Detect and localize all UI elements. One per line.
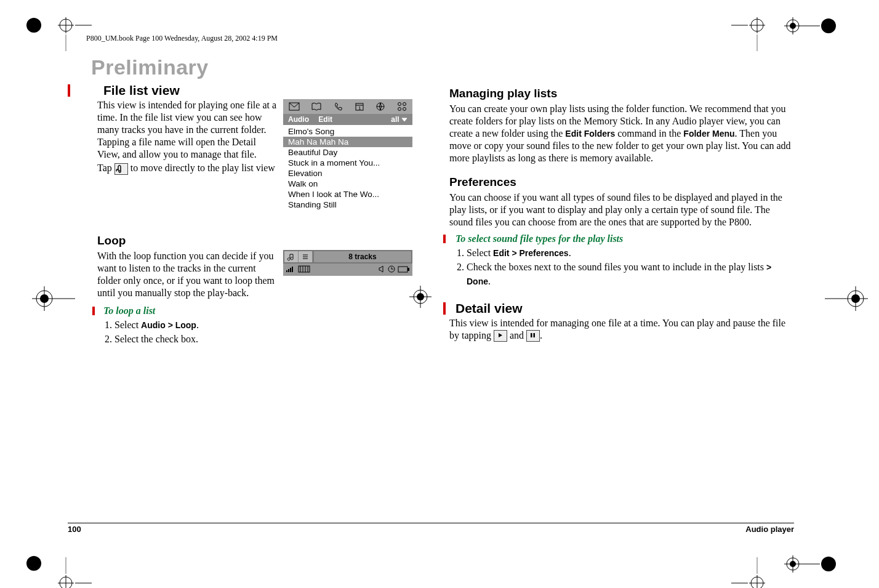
list-item: When I look at The Wo... (283, 189, 412, 199)
loop-step-2: Select the check box. (114, 332, 412, 346)
list-item: Walk on (283, 179, 412, 189)
svg-point-50 (398, 103, 401, 106)
battery-icon (398, 264, 410, 275)
browser-icon (375, 102, 385, 111)
list-item: Beautiful Day (283, 147, 412, 158)
play-button-icon (494, 330, 507, 342)
list-item: Standing Still (283, 199, 412, 210)
svg-rect-57 (286, 270, 287, 272)
preferences-howto-title: To select sound file types for the play … (449, 233, 794, 244)
detail-view-heading: Detail view (449, 301, 794, 316)
clock-icon (388, 264, 395, 275)
svg-point-43 (821, 557, 836, 571)
svg-point-52 (398, 108, 401, 111)
audio-menu: Audio (288, 115, 309, 124)
preferences-paragraph: You can choose if you want all types of … (449, 191, 794, 228)
filelist-heading: File list view (74, 83, 412, 98)
svg-text:1: 1 (358, 105, 361, 111)
pause-button-icon (526, 330, 540, 342)
watermark-text: Preliminary (91, 55, 209, 79)
mail-icon (289, 102, 300, 111)
tracks-count-label: 8 tracks (314, 252, 411, 261)
list-item: Elevation (283, 168, 412, 179)
prefs-step-2: Check the boxes next to the sound files … (467, 260, 794, 288)
loop-step-1: Select Audio > Loop. (114, 318, 412, 332)
loop-howto-title: To loop a list (98, 305, 412, 316)
list-item: Elmo's Song (283, 126, 412, 137)
section-title: Audio player (745, 525, 794, 534)
svg-rect-60 (292, 267, 293, 272)
edit-menu: Edit (318, 115, 332, 124)
speaker-icon (378, 264, 385, 275)
crop-mark-icon (731, 557, 765, 588)
svg-point-38 (821, 18, 836, 33)
apps-icon (397, 102, 407, 111)
register-dot-icon (26, 17, 42, 36)
file-list-screenshot: 1 Audio Edit all Elmo's Song Mah Na Mah … (283, 99, 412, 219)
register-pair-icon (784, 17, 840, 38)
right-column: Managing play lists You can create your … (449, 83, 794, 526)
svg-rect-59 (290, 268, 291, 272)
device-status-bar: 1 (283, 99, 412, 114)
svg-rect-58 (288, 269, 289, 272)
svg-point-53 (403, 108, 406, 111)
playlist-view-icon (114, 163, 128, 175)
svg-rect-72 (534, 333, 536, 337)
svg-point-20 (26, 18, 41, 33)
svg-rect-69 (398, 267, 407, 272)
svg-rect-71 (531, 333, 532, 337)
page-number: 100 (68, 525, 81, 534)
svg-rect-70 (407, 268, 409, 271)
crop-mark-icon (731, 17, 765, 54)
managing-paragraph: You can create your own play lists using… (449, 103, 794, 164)
svg-point-51 (403, 103, 406, 106)
folder-selector: all (391, 115, 407, 124)
calendar-icon: 1 (355, 102, 364, 111)
prefs-step-1: Select Edit > Preferences. (467, 246, 794, 260)
register-dot-icon (26, 555, 42, 574)
book-frame-tag: P800_UM.book Page 100 Wednesday, August … (86, 34, 278, 43)
music-tab-icon (284, 251, 299, 262)
tracks-bar-screenshot: 8 tracks (283, 250, 412, 276)
svg-point-21 (26, 556, 41, 571)
track-list: Elmo's Song Mah Na Mah Na Beautiful Day … (283, 125, 412, 210)
phone-icon (334, 102, 343, 111)
left-column: File list view 1 Audio Edit all (68, 83, 412, 526)
register-pair-icon (784, 555, 840, 576)
keyboard-icon (298, 264, 310, 275)
list-tab-icon (299, 251, 313, 262)
managing-heading: Managing play lists (449, 87, 794, 100)
signal-icon (286, 264, 295, 275)
list-item: Mah Na Mah Na (283, 137, 412, 147)
register-target-icon (825, 274, 874, 326)
list-item: Stuck in a moment You... (283, 158, 412, 168)
book-icon (311, 102, 322, 111)
detail-view-paragraph: This view is intended for managing one f… (449, 317, 794, 342)
preferences-heading: Preferences (449, 175, 794, 189)
loop-heading: Loop (68, 234, 412, 248)
crop-mark-icon (58, 557, 92, 588)
